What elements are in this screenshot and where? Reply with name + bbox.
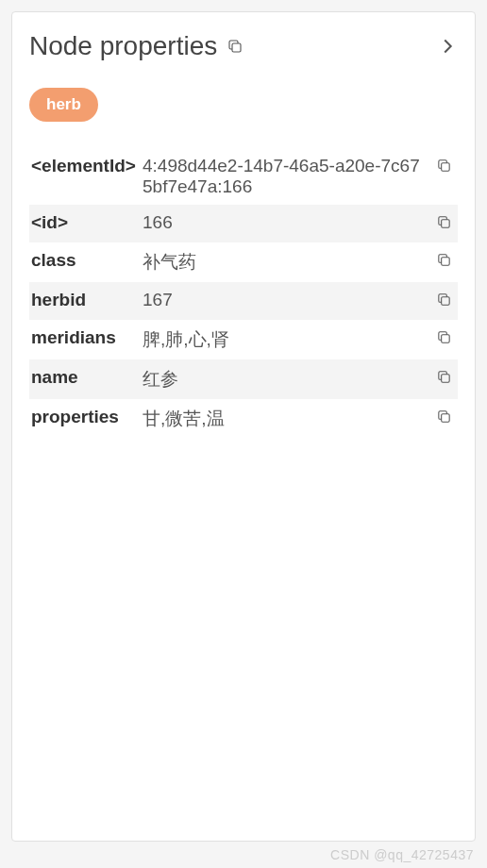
copy-icon[interactable]: [227, 38, 244, 55]
svg-rect-1: [442, 163, 450, 172]
property-key: herbid: [31, 290, 143, 310]
property-value: 166: [143, 212, 436, 233]
header-left: Node properties: [29, 31, 244, 61]
node-properties-panel: Node properties herb <elementId>4:498d44…: [11, 11, 476, 842]
property-key: <id>: [31, 212, 143, 233]
property-value: 甘,微苦,温: [143, 407, 436, 431]
copy-icon[interactable]: [436, 290, 452, 312]
svg-rect-6: [442, 375, 450, 383]
property-key: properties: [31, 407, 143, 427]
property-key: <elementId>: [31, 156, 143, 176]
property-value: 4:498d44e2-14b7-46a5-a20e-7c675bf7e47a:1…: [143, 156, 436, 197]
property-key: class: [31, 250, 143, 271]
svg-rect-7: [442, 414, 450, 423]
property-value: 167: [143, 290, 436, 310]
copy-icon[interactable]: [436, 367, 452, 390]
property-value: 补气药: [143, 250, 436, 275]
labels-row: herb: [29, 88, 458, 148]
properties-table: <elementId>4:498d44e2-14b7-46a5-a20e-7c6…: [29, 148, 458, 439]
svg-rect-5: [442, 335, 450, 343]
svg-rect-2: [442, 220, 450, 228]
panel-header: Node properties: [29, 31, 458, 61]
property-value: 红参: [143, 367, 436, 392]
copy-icon[interactable]: [436, 250, 452, 273]
property-key: name: [31, 367, 143, 388]
copy-icon[interactable]: [436, 407, 452, 429]
property-row: class补气药: [29, 242, 458, 282]
watermark: CSDN @qq_42725437: [330, 847, 474, 862]
svg-rect-0: [232, 43, 241, 52]
property-row: properties甘,微苦,温: [29, 399, 458, 439]
chevron-right-icon[interactable]: [437, 36, 458, 57]
property-key: meridians: [31, 327, 143, 348]
copy-icon[interactable]: [436, 327, 452, 350]
svg-rect-4: [442, 297, 450, 306]
copy-icon[interactable]: [436, 156, 452, 178]
property-row: herbid167: [29, 282, 458, 320]
property-value: 脾,肺,心,肾: [143, 327, 436, 352]
property-row: name红参: [29, 359, 458, 399]
property-row: meridians脾,肺,心,肾: [29, 320, 458, 359]
copy-icon[interactable]: [436, 212, 452, 235]
property-row: <id>166: [29, 205, 458, 242]
property-row: <elementId>4:498d44e2-14b7-46a5-a20e-7c6…: [29, 148, 458, 205]
panel-title: Node properties: [29, 31, 217, 61]
svg-rect-3: [442, 258, 450, 266]
label-badge[interactable]: herb: [29, 88, 98, 122]
